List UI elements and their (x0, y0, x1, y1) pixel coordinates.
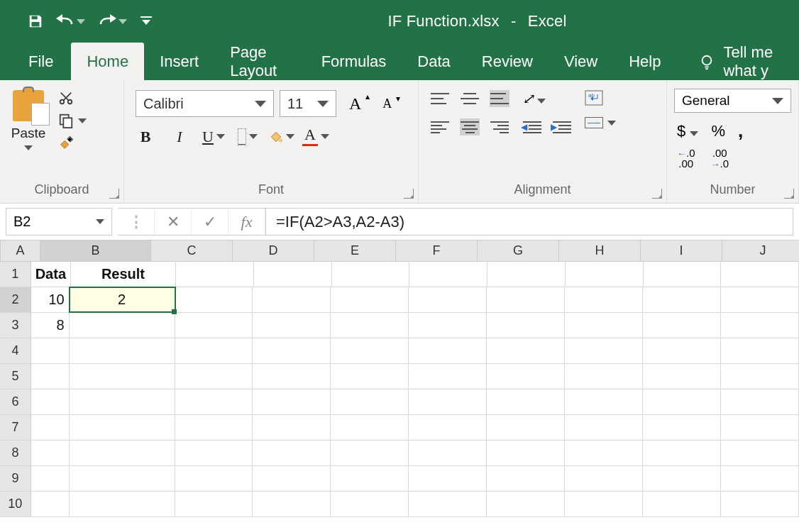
number-format-select[interactable]: General (674, 89, 791, 113)
increase-decimal-button[interactable]: ←.0.00 (677, 148, 695, 169)
cell-J5[interactable] (721, 364, 799, 389)
cell-E3[interactable] (331, 313, 409, 338)
cell-E5[interactable] (331, 364, 409, 389)
name-box[interactable]: B2 (6, 208, 112, 235)
align-middle-button[interactable] (460, 90, 480, 107)
cell-E6[interactable] (331, 389, 409, 414)
cell-I2[interactable] (643, 287, 721, 312)
cell-C6[interactable] (175, 389, 253, 414)
column-header-I[interactable]: I (641, 240, 722, 261)
copy-button[interactable] (58, 113, 87, 128)
cell-D1[interactable] (254, 262, 332, 287)
align-bottom-button[interactable] (490, 90, 509, 107)
cell-F1[interactable] (409, 262, 487, 287)
cell-H5[interactable] (565, 364, 643, 389)
cell-C5[interactable] (175, 364, 253, 389)
tab-page-layout[interactable]: Page Layout (214, 43, 305, 80)
cell-E1[interactable] (332, 262, 410, 287)
cell-H4[interactable] (565, 338, 643, 363)
cell-F5[interactable] (409, 364, 487, 389)
align-top-button[interactable] (430, 90, 450, 107)
column-header-G[interactable]: G (478, 240, 559, 261)
cell-G10[interactable] (487, 492, 565, 516)
cell-C2[interactable] (175, 287, 253, 312)
tell-me[interactable]: Tell me what y (683, 43, 799, 80)
row-header-5[interactable]: 5 (0, 364, 31, 389)
cell-E9[interactable] (331, 466, 409, 491)
cell-G9[interactable] (487, 466, 565, 491)
column-header-B[interactable]: B (40, 240, 151, 261)
cell-E4[interactable] (331, 338, 409, 363)
cell-I6[interactable] (643, 389, 721, 414)
increase-font-button[interactable]: A▴ (349, 94, 361, 113)
row-header-8[interactable]: 8 (0, 440, 31, 465)
cell-H8[interactable] (565, 440, 643, 465)
cell-J8[interactable] (721, 440, 799, 465)
row-header-3[interactable]: 3 (0, 313, 31, 338)
cell-F3[interactable] (409, 313, 487, 338)
number-dialog-launcher[interactable] (784, 189, 794, 199)
cell-I8[interactable] (643, 440, 721, 465)
cell-D5[interactable] (253, 364, 331, 389)
orientation-button[interactable]: ⤢ (522, 90, 546, 107)
cell-A1[interactable]: Data (31, 262, 71, 287)
cell-C8[interactable] (175, 440, 253, 465)
row-header-9[interactable]: 9 (0, 466, 31, 491)
formula-input[interactable]: =IF(A2>A3,A2-A3) (266, 208, 793, 235)
cell-D3[interactable] (253, 313, 331, 338)
tab-file[interactable]: File (21, 43, 71, 80)
tab-insert[interactable]: Insert (144, 43, 214, 80)
percent-button[interactable]: % (711, 122, 725, 140)
cell-A9[interactable] (31, 466, 70, 491)
fill-color-button[interactable] (272, 130, 292, 144)
cell-B8[interactable] (70, 440, 175, 465)
cell-F4[interactable] (409, 338, 487, 363)
merge-center-button[interactable] (585, 117, 616, 128)
cell-G3[interactable] (487, 313, 565, 338)
cell-C1[interactable] (176, 262, 254, 287)
increase-indent-button[interactable]: ▶ (552, 118, 572, 135)
cell-D2[interactable] (253, 287, 331, 312)
fx-button[interactable]: fx (228, 209, 265, 235)
cell-D4[interactable] (253, 338, 331, 363)
cell-C3[interactable] (175, 313, 253, 338)
cell-I10[interactable] (643, 492, 721, 516)
cell-D6[interactable] (253, 389, 331, 414)
underline-button[interactable]: U (204, 128, 224, 146)
cell-H10[interactable] (565, 492, 643, 516)
cell-E2[interactable] (331, 287, 409, 312)
tab-help[interactable]: Help (613, 43, 676, 80)
cell-J2[interactable] (721, 287, 799, 312)
font-name-select[interactable]: Calibri (136, 90, 274, 117)
cell-E10[interactable] (331, 492, 409, 516)
cell-I3[interactable] (643, 313, 721, 338)
cell-F6[interactable] (409, 389, 487, 414)
cell-A2[interactable]: 10 (31, 287, 70, 312)
column-header-F[interactable]: F (396, 240, 478, 261)
cell-F8[interactable] (409, 440, 487, 465)
cell-G8[interactable] (487, 440, 565, 465)
cell-D10[interactable] (253, 492, 331, 516)
borders-button[interactable] (238, 128, 258, 145)
paste-button[interactable]: Paste (7, 87, 50, 152)
tab-home[interactable]: Home (71, 43, 144, 80)
cell-D8[interactable] (253, 440, 331, 465)
save-icon[interactable] (25, 11, 46, 32)
cell-I7[interactable] (643, 415, 721, 440)
italic-button[interactable]: I (170, 128, 189, 146)
align-right-button[interactable] (490, 118, 509, 135)
cell-J6[interactable] (721, 389, 799, 414)
customize-qat-icon[interactable] (137, 13, 155, 29)
cell-J4[interactable] (721, 338, 799, 363)
cell-I1[interactable] (644, 262, 722, 287)
cell-B10[interactable] (70, 492, 175, 516)
cell-F9[interactable] (409, 466, 487, 491)
tab-data[interactable]: Data (402, 43, 465, 80)
cell-A5[interactable] (31, 364, 70, 389)
cell-J10[interactable] (721, 492, 799, 516)
cell-D9[interactable] (253, 466, 331, 491)
enter-formula-button[interactable]: ✓ (192, 209, 228, 235)
cell-I4[interactable] (643, 338, 721, 363)
row-header-2[interactable]: 2 (0, 287, 31, 312)
cell-G4[interactable] (487, 338, 565, 363)
